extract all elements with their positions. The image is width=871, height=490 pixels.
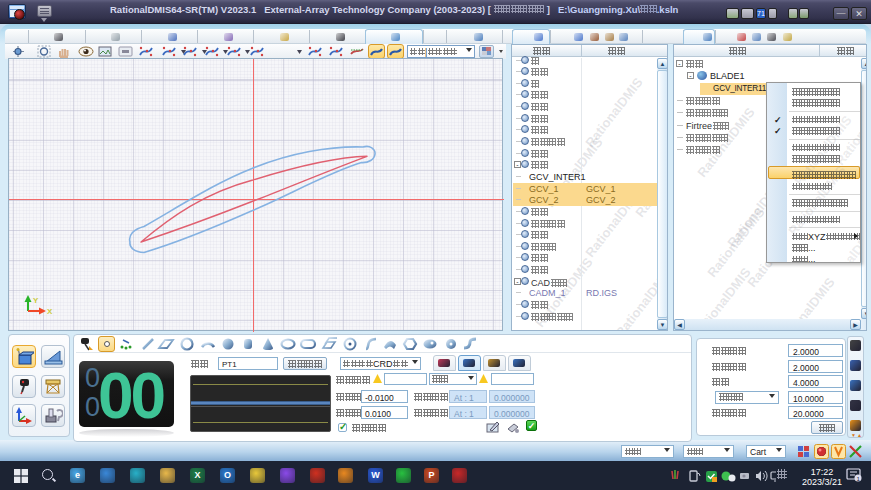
svg-text:Y: Y	[33, 296, 39, 305]
svg-text:X: X	[47, 307, 53, 316]
